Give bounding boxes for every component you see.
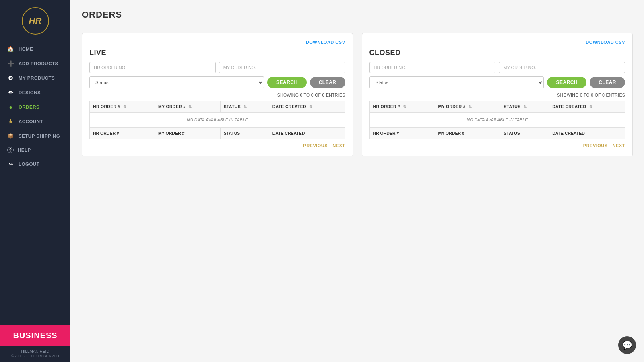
closed-card: DOWNLOAD CSV CLOSED Status SEARCH CLEAR …	[362, 33, 633, 156]
closed-col-date-created[interactable]: DATE CREATED ⇅	[549, 101, 625, 113]
live-next-button[interactable]: NEXT	[332, 143, 345, 148]
shipping-icon: 📦	[7, 132, 14, 140]
live-col-date-created[interactable]: DATE CREATED ⇅	[269, 101, 345, 113]
sidebar-item-home[interactable]: 🏠 HOME	[0, 42, 70, 56]
closed-download-csv[interactable]: DOWNLOAD CSV	[586, 40, 625, 45]
closed-entries-label: SHOWING 0 TO 0 OF 0 ENTRIES	[369, 93, 625, 97]
closed-my-order-input[interactable]	[499, 62, 625, 73]
live-clear-button[interactable]: CLEAR	[310, 77, 345, 88]
sort-icon: ⇅	[589, 105, 592, 109]
closed-previous-button[interactable]: PREVIOUS	[583, 143, 608, 148]
live-table: HR ORDER # ⇅ MY ORDER # ⇅ STATUS ⇅ DAT	[89, 101, 345, 139]
closed-pagination: PREVIOUS NEXT	[369, 143, 625, 148]
closed-col-hr-order[interactable]: HR ORDER # ⇅	[369, 101, 435, 113]
closed-clear-button[interactable]: CLEAR	[590, 77, 625, 88]
live-previous-button[interactable]: PREVIOUS	[303, 143, 328, 148]
closed-hr-order-input[interactable]	[369, 62, 496, 73]
sort-icon: ⇅	[188, 105, 192, 109]
sidebar-item-setup-shipping[interactable]: 📦 SETUP SHIPPING	[0, 129, 70, 143]
sidebar-item-add-products[interactable]: ➕ ADD PRODUCTS	[0, 56, 70, 71]
live-pagination: PREVIOUS NEXT	[89, 143, 345, 148]
closed-next-button[interactable]: NEXT	[613, 143, 625, 148]
live-table-header: HR ORDER # ⇅ MY ORDER # ⇅ STATUS ⇅ DAT	[90, 101, 345, 113]
live-no-data-row: NO DATA AVAILABLE IN TABLE	[90, 113, 345, 128]
main-content: ORDERS DOWNLOAD CSV LIVE Status SEARCH C…	[70, 0, 644, 362]
help-icon: ?	[7, 147, 14, 153]
chat-bubble[interactable]: 💬	[618, 336, 636, 354]
sidebar-item-my-products[interactable]: ⚙ MY PRODUCTS	[0, 71, 70, 85]
gear-icon: ⚙	[7, 74, 14, 82]
add-icon: ➕	[7, 60, 14, 67]
closed-col-my-order[interactable]: MY ORDER # ⇅	[435, 101, 500, 113]
live-download-csv[interactable]: DOWNLOAD CSV	[306, 40, 345, 45]
sidebar-nav: 🏠 HOME ➕ ADD PRODUCTS ⚙ MY PRODUCTS ✏ DE…	[0, 40, 70, 325]
live-col-my-order[interactable]: MY ORDER # ⇅	[155, 101, 221, 113]
live-col-status[interactable]: STATUS ⇅	[220, 101, 269, 113]
orders-grid: DOWNLOAD CSV LIVE Status SEARCH CLEAR SH…	[82, 33, 633, 156]
live-filter-row: Status SEARCH CLEAR	[89, 76, 345, 88]
closed-search-row	[369, 62, 625, 73]
sidebar-item-account[interactable]: ★ ACCOUNT	[0, 114, 70, 129]
star-icon: ★	[7, 118, 14, 125]
closed-table-header: HR ORDER # ⇅ MY ORDER # ⇅ STATUS ⇅ DAT	[369, 101, 625, 113]
closed-section-title: CLOSED	[369, 49, 625, 57]
sidebar-item-designs[interactable]: ✏ DESIGNS	[0, 85, 70, 100]
sort-icon: ⇅	[403, 105, 406, 109]
live-hr-order-input[interactable]	[89, 62, 216, 73]
live-col-hr-order[interactable]: HR ORDER # ⇅	[90, 101, 155, 113]
pencil-icon: ✏	[7, 89, 14, 96]
live-card-top: DOWNLOAD CSV	[89, 40, 345, 45]
sidebar-footer: HILLMAN REID © ALL RIGHTS RESERVED	[0, 346, 70, 362]
sidebar-item-logout[interactable]: ↪ LOGOUT	[0, 157, 70, 171]
live-my-order-input[interactable]	[219, 62, 345, 73]
chat-icon: 💬	[622, 340, 632, 350]
live-card: DOWNLOAD CSV LIVE Status SEARCH CLEAR SH…	[82, 33, 353, 156]
orders-icon: ●	[7, 103, 14, 111]
sort-icon: ⇅	[469, 105, 472, 109]
sort-icon: ⇅	[309, 105, 312, 109]
title-divider	[82, 23, 633, 23]
live-search-row	[89, 62, 345, 73]
page-title: ORDERS	[82, 10, 633, 20]
live-entries-label: SHOWING 0 TO 0 OF 0 ENTRIES	[89, 93, 345, 97]
logout-icon: ↪	[7, 160, 14, 168]
closed-col-status[interactable]: STATUS ⇅	[500, 101, 549, 113]
closed-no-data-row: NO DATA AVAILABLE IN TABLE	[369, 113, 625, 128]
closed-table: HR ORDER # ⇅ MY ORDER # ⇅ STATUS ⇅ DAT	[369, 101, 625, 139]
closed-status-select[interactable]: Status	[369, 76, 544, 88]
live-footer-row: HR ORDER # MY ORDER # STATUS DATE CREATE…	[90, 128, 345, 139]
sidebar-logo: HR	[0, 0, 70, 40]
sidebar-item-orders[interactable]: ● ORDERS	[0, 100, 70, 114]
home-icon: 🏠	[7, 45, 14, 53]
sort-icon: ⇅	[244, 105, 247, 109]
sidebar: HR 🏠 HOME ➕ ADD PRODUCTS ⚙ MY PRODUCTS ✏…	[0, 0, 70, 362]
business-banner: BUSINESS	[0, 325, 70, 346]
closed-footer-row: HR ORDER # MY ORDER # STATUS DATE CREATE…	[369, 128, 625, 139]
closed-card-top: DOWNLOAD CSV	[369, 40, 625, 45]
sort-icon: ⇅	[524, 105, 527, 109]
live-status-select[interactable]: Status	[89, 76, 264, 88]
closed-filter-row: Status SEARCH CLEAR	[369, 76, 625, 88]
live-section-title: LIVE	[89, 49, 345, 57]
logo-icon: HR	[22, 7, 49, 35]
closed-search-button[interactable]: SEARCH	[547, 77, 586, 88]
sidebar-item-help[interactable]: ? HELP	[0, 143, 70, 157]
sort-icon: ⇅	[123, 105, 126, 109]
live-search-button[interactable]: SEARCH	[267, 77, 307, 88]
